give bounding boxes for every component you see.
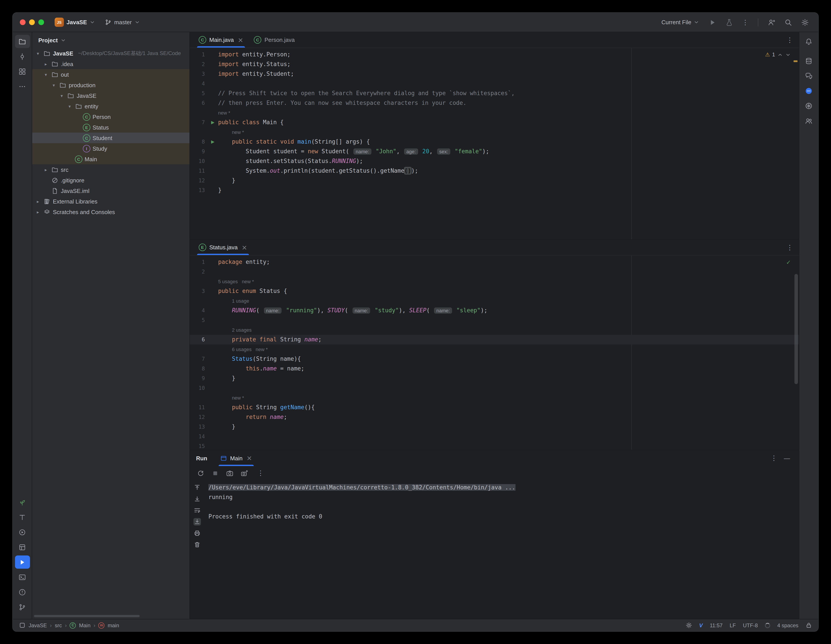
code-line[interactable]: 10: [190, 383, 799, 393]
seedling-tool-button[interactable]: [15, 496, 30, 509]
project-widget[interactable]: JS JavaSE: [52, 16, 98, 28]
notifications-button[interactable]: [801, 35, 816, 48]
code-line[interactable]: new *: [190, 127, 799, 137]
line-number[interactable]: 3: [190, 286, 207, 296]
line-number[interactable]: 11: [190, 402, 207, 412]
chevron-down-icon[interactable]: ▾: [43, 72, 49, 77]
tree-row-javase[interactable]: ▾JavaSE~/Desktop/CS/JavaSE基础/1 Java SE/C…: [32, 48, 189, 59]
todo-tool-button[interactable]: [15, 510, 30, 524]
console-line[interactable]: /Users/eve/Library/Java/JavaVirtualMachi…: [209, 483, 799, 493]
problems-tool-button[interactable]: [15, 585, 30, 599]
settings-button[interactable]: [801, 18, 809, 26]
tree-row-javase-iml[interactable]: JavaSE.iml: [32, 186, 189, 196]
line-number[interactable]: 13: [190, 422, 207, 432]
code-line[interactable]: 13 }: [190, 422, 799, 432]
tree-row-main[interactable]: CMain: [32, 154, 189, 164]
code-editor-status-java[interactable]: 1package entity;25 usages new *3public e…: [190, 256, 799, 450]
tree-row--idea[interactable]: ▸.idea: [32, 59, 189, 69]
chevron-down-icon[interactable]: ▾: [51, 83, 57, 87]
code-line[interactable]: 15: [190, 441, 799, 450]
inspections-widget[interactable]: ✓: [786, 259, 791, 266]
chevron-down-icon[interactable]: ▾: [59, 93, 65, 98]
tab-status-java[interactable]: E Status.java ×: [193, 240, 253, 255]
line-number[interactable]: 2: [190, 267, 207, 277]
snapshot-icon[interactable]: [226, 469, 234, 477]
close-window-button[interactable]: [20, 19, 25, 25]
time-widget[interactable]: 11:57: [710, 622, 723, 628]
code-line[interactable]: 5: [190, 315, 799, 325]
code-line[interactable]: 14: [190, 432, 799, 441]
console-output[interactable]: /Users/eve/Library/Java/JavaVirtualMachi…: [204, 480, 799, 619]
horizontal-scrollbar[interactable]: [34, 615, 140, 617]
tree-row-student[interactable]: CStudent: [32, 133, 189, 143]
line-number[interactable]: 9: [190, 147, 207, 156]
line-number[interactable]: 8: [190, 364, 207, 374]
line-number[interactable]: 1: [190, 50, 207, 59]
snapshot-plus-icon[interactable]: [240, 469, 248, 477]
code-line[interactable]: 12 return name;: [190, 412, 799, 422]
indent-widget[interactable]: 4 spaces: [777, 622, 798, 628]
line-number[interactable]: 5: [190, 89, 207, 98]
code-line[interactable]: 6 usages new *: [190, 345, 799, 354]
commit-tool-button[interactable]: [15, 50, 30, 63]
tree-row-out[interactable]: ▾out: [32, 69, 189, 80]
tree-row-external-libraries[interactable]: ▸External Libraries: [32, 196, 189, 207]
tree-row-src[interactable]: ▸src: [32, 164, 189, 175]
vertical-scrollbar[interactable]: [794, 274, 798, 384]
code-line[interactable]: 9 Student student = new Student( name: "…: [190, 147, 799, 156]
close-icon[interactable]: ×: [238, 36, 243, 44]
warning-stripe-mark[interactable]: [794, 60, 798, 62]
jump-to-bottom-icon[interactable]: [193, 495, 201, 502]
run-line-icon[interactable]: ▶: [207, 118, 218, 127]
project-panel-header[interactable]: Project: [32, 32, 189, 48]
next-problem-icon[interactable]: [785, 52, 791, 57]
more-tools-button[interactable]: [15, 80, 30, 93]
inspections-widget[interactable]: ⚠ 1: [765, 51, 791, 58]
code-line[interactable]: 3import entity.Student;: [190, 69, 799, 79]
more-actions-kebab[interactable]: ⋮: [740, 18, 751, 26]
code-line[interactable]: 7 Status(String name){: [190, 354, 799, 364]
branch-widget[interactable]: master: [102, 17, 143, 27]
ai-assistant-button[interactable]: [801, 69, 816, 83]
line-number[interactable]: 12: [190, 412, 207, 422]
tree-row-scratches-and-consoles[interactable]: ▸Scratches and Consoles: [32, 207, 189, 217]
prev-problem-icon[interactable]: [777, 52, 783, 57]
close-icon[interactable]: ×: [242, 243, 247, 251]
run-config-selector[interactable]: Current File: [661, 19, 699, 25]
terminal-tool-button[interactable]: [15, 571, 30, 584]
clear-console-icon[interactable]: [193, 541, 201, 549]
line-number[interactable]: 12: [190, 176, 207, 186]
console-line[interactable]: [209, 502, 799, 512]
tree-row-study[interactable]: IStudy: [32, 143, 189, 154]
gpt-plugin-button[interactable]: [801, 99, 816, 112]
tab-main-java[interactable]: C Main.java ×: [193, 32, 248, 48]
collaboration-button[interactable]: [801, 114, 816, 127]
code-line[interactable]: 3public enum Status {: [190, 286, 799, 296]
tree-row-entity[interactable]: ▾entity: [32, 101, 189, 111]
soft-wrap-icon[interactable]: [193, 507, 201, 514]
tree-row-javase[interactable]: ▾JavaSE: [32, 90, 189, 101]
version-control-tool-button[interactable]: [15, 600, 30, 614]
breadcrumb-project[interactable]: JavaSE: [29, 622, 47, 628]
close-icon[interactable]: ×: [247, 454, 252, 462]
encoding-widget[interactable]: UTF-8: [743, 622, 758, 628]
line-number[interactable]: 10: [190, 383, 207, 393]
chevron-down-icon[interactable]: ▾: [67, 104, 73, 108]
breadcrumb-method[interactable]: main: [108, 622, 119, 628]
stop-icon[interactable]: [212, 469, 219, 477]
run-line-icon[interactable]: ▶: [207, 137, 218, 147]
code-line[interactable]: 2: [190, 267, 799, 277]
line-number[interactable]: 9: [190, 374, 207, 383]
code-line[interactable]: 7▶public class Main {: [190, 118, 799, 127]
line-number[interactable]: 10: [190, 156, 207, 166]
code-line[interactable]: 10 student.setStatus(Status.RUNNING);: [190, 156, 799, 166]
line-number[interactable]: 5: [190, 315, 207, 325]
lock-icon[interactable]: [806, 622, 812, 628]
editor-options-kebab[interactable]: ⋮: [784, 243, 795, 251]
line-number[interactable]: 3: [190, 69, 207, 79]
chevron-right-icon[interactable]: ▸: [43, 167, 49, 172]
code-line[interactable]: 4 RUNNING( name: "running"), STUDY( name…: [190, 306, 799, 315]
line-number[interactable]: 11: [190, 166, 207, 176]
code-line[interactable]: 8 this.name = name;: [190, 364, 799, 374]
line-number[interactable]: 4: [190, 306, 207, 315]
